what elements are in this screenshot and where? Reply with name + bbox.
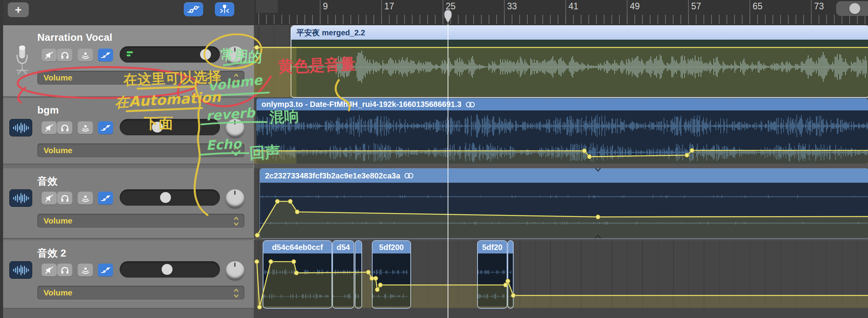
catch-playhead-button[interactable] bbox=[215, 2, 234, 16]
level-meter-icon bbox=[127, 51, 134, 58]
region-waveform-area bbox=[263, 253, 331, 306]
zoom-slider-knob[interactable] bbox=[849, 3, 860, 14]
region-onlymp3[interactable]: onlymp3.to - Date-FtMhJH_rui4-192k-16601… bbox=[256, 98, 868, 164]
region-pinganye[interactable]: 平安夜 merged_2.2 bbox=[291, 25, 868, 98]
track-automation-button[interactable] bbox=[98, 49, 113, 61]
chevron-up-down-icon bbox=[234, 217, 239, 226]
region-header[interactable]: 5df20 bbox=[478, 241, 507, 253]
loop-icon bbox=[465, 101, 476, 108]
automation-parameter-dropdown[interactable]: Volume bbox=[37, 214, 244, 228]
volume-slider[interactable] bbox=[120, 46, 220, 63]
input-monitor-button[interactable] bbox=[78, 49, 93, 61]
track-toolbar: + bbox=[0, 0, 254, 25]
region-title: d54c64eb0ccf bbox=[272, 243, 323, 252]
region-header[interactable] bbox=[356, 241, 361, 253]
track-header-narration-vocal[interactable]: Narration Vocal Volume bbox=[3, 25, 254, 97]
pan-knob[interactable] bbox=[226, 261, 244, 280]
track-header-sfx-2[interactable]: 音效 2 Volume bbox=[3, 240, 254, 309]
region-waveform-area bbox=[291, 40, 868, 96]
region-waveform-area bbox=[356, 253, 361, 306]
volume-slider-thumb[interactable] bbox=[152, 122, 163, 133]
track-automation-button[interactable] bbox=[98, 192, 113, 204]
microphone-icon bbox=[13, 43, 31, 76]
region-2c2327[interactable]: 2c232733483fcf3b2ac9e1e3e802ca3a bbox=[260, 168, 868, 239]
volume-slider[interactable] bbox=[120, 119, 220, 135]
catch-playhead-icon bbox=[219, 4, 230, 14]
garageband-automation-view: 191725334149576573 平安夜 merged_2.2 onlymp… bbox=[0, 0, 868, 318]
volume-slider[interactable] bbox=[120, 189, 220, 206]
solo-button[interactable] bbox=[57, 49, 72, 61]
mute-button[interactable] bbox=[42, 49, 57, 61]
region-header[interactable]: d54 bbox=[333, 241, 354, 253]
playhead-line[interactable] bbox=[448, 10, 448, 318]
volume-slider-thumb[interactable] bbox=[160, 192, 171, 203]
automation-parameter-dropdown[interactable]: Volume bbox=[37, 286, 244, 300]
region-5df20[interactable]: 5df20 bbox=[477, 240, 507, 309]
region-header[interactable] bbox=[508, 241, 513, 253]
region-header[interactable]: 2c232733483fcf3b2ac9e1e3e802ca3a bbox=[260, 169, 868, 183]
solo-button[interactable] bbox=[57, 192, 72, 204]
svg-text:41: 41 bbox=[568, 1, 579, 11]
region-d54c64eb0ccf[interactable]: d54c64eb0ccf bbox=[263, 240, 332, 309]
chevron-up-down-icon bbox=[234, 73, 239, 83]
automation-parameter-value: Volume bbox=[44, 288, 72, 297]
region-waveform-area bbox=[478, 253, 507, 306]
input-monitor-icon bbox=[81, 266, 90, 274]
waveform-icon bbox=[9, 189, 32, 207]
input-monitor-button[interactable] bbox=[78, 121, 93, 134]
volume-slider-thumb[interactable] bbox=[162, 264, 173, 275]
mute-button[interactable] bbox=[42, 264, 57, 276]
track-header-bgm[interactable]: bgm Volume bbox=[3, 98, 254, 164]
track-header-sfx[interactable]: 音效 Volume bbox=[3, 168, 254, 239]
svg-text:9: 9 bbox=[323, 1, 328, 11]
svg-text:17: 17 bbox=[384, 1, 394, 11]
mute-button[interactable] bbox=[42, 192, 57, 204]
input-monitor-button[interactable] bbox=[78, 264, 93, 276]
chevron-up-down-icon bbox=[234, 146, 239, 156]
volume-slider-thumb[interactable] bbox=[200, 49, 211, 60]
region-d54[interactable]: d54 bbox=[332, 240, 354, 309]
pan-knob[interactable] bbox=[226, 119, 244, 138]
region-sliver-2[interactable] bbox=[507, 240, 514, 309]
pan-knob[interactable] bbox=[226, 189, 244, 208]
panel-bottom-area bbox=[3, 308, 254, 318]
automation-curve-icon bbox=[187, 5, 200, 14]
ruler-ticks: 191725334149576573 bbox=[254, 0, 868, 24]
volume-slider[interactable] bbox=[120, 261, 220, 278]
region-waveform-area bbox=[373, 253, 410, 306]
input-monitor-icon bbox=[81, 124, 90, 132]
automation-parameter-dropdown[interactable]: Volume bbox=[37, 71, 244, 85]
automation-parameter-dropdown[interactable]: Volume bbox=[37, 143, 244, 157]
input-monitor-button[interactable] bbox=[78, 192, 93, 204]
headphones-icon bbox=[61, 51, 69, 59]
automation-curve-icon bbox=[101, 194, 111, 202]
track-name: 音效 bbox=[37, 175, 58, 188]
below-tracks-area bbox=[254, 308, 868, 318]
region-waveform-area bbox=[260, 183, 868, 238]
track-automation-button[interactable] bbox=[98, 264, 113, 276]
bar-ruler[interactable]: 191725334149576573 bbox=[254, 0, 868, 25]
add-track-button[interactable]: + bbox=[8, 2, 29, 17]
headphones-icon bbox=[61, 124, 69, 132]
region-header[interactable]: onlymp3.to - Date-FtMhJH_rui4-192k-16601… bbox=[256, 98, 868, 110]
mute-button[interactable] bbox=[42, 121, 57, 134]
horizontal-zoom-slider[interactable] bbox=[836, 1, 868, 16]
solo-button[interactable] bbox=[57, 264, 72, 276]
region-title: 5df20 bbox=[482, 243, 502, 252]
region-sliver-1[interactable] bbox=[355, 240, 362, 309]
region-title: d54 bbox=[336, 243, 350, 252]
solo-button[interactable] bbox=[57, 121, 72, 134]
region-5df200[interactable]: 5df200 bbox=[372, 240, 411, 309]
mute-icon bbox=[45, 124, 54, 132]
show-automation-button[interactable] bbox=[184, 2, 203, 16]
track-automation-button[interactable] bbox=[98, 121, 113, 134]
playhead-marker[interactable] bbox=[442, 9, 454, 24]
region-header[interactable]: 5df200 bbox=[373, 241, 410, 253]
region-waveform-area bbox=[333, 253, 354, 306]
region-header[interactable]: 平安夜 merged_2.2 bbox=[291, 26, 868, 40]
automation-parameter-value: Volume bbox=[44, 146, 72, 155]
mute-icon bbox=[45, 266, 54, 274]
pan-knob[interactable] bbox=[226, 46, 244, 65]
region-header[interactable]: d54c64eb0ccf bbox=[263, 241, 331, 253]
chevron-up-down-icon bbox=[234, 288, 239, 298]
